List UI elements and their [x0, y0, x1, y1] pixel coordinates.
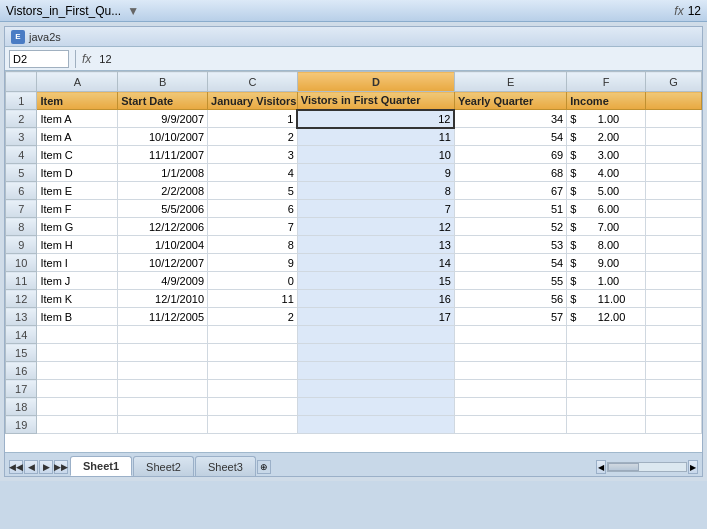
cell-16c[interactable] [208, 362, 298, 380]
cell-18f[interactable] [567, 398, 646, 416]
scroll-track-h[interactable] [607, 462, 687, 472]
cell-6e[interactable]: 67 [454, 182, 566, 200]
cell-4a[interactable]: Item C [37, 146, 118, 164]
cell-10c[interactable]: 9 [208, 254, 298, 272]
formula-input[interactable]: 12 [99, 53, 698, 65]
cell-12a[interactable]: Item K [37, 290, 118, 308]
tab-sheet1[interactable]: Sheet1 [70, 456, 132, 476]
title-dropdown-icon[interactable]: ▼ [127, 4, 139, 18]
cell-16b[interactable] [118, 362, 208, 380]
cell-7a[interactable]: Item F [37, 200, 118, 218]
cell-19b[interactable] [118, 416, 208, 434]
cell-11b[interactable]: 4/9/2009 [118, 272, 208, 290]
cell-2c[interactable]: 1 [208, 110, 298, 128]
cell-13b[interactable]: 11/12/2005 [118, 308, 208, 326]
cell-14e[interactable] [454, 326, 566, 344]
cell-19d[interactable] [297, 416, 454, 434]
cell-17a[interactable] [37, 380, 118, 398]
cell-3c[interactable]: 2 [208, 128, 298, 146]
cell-6d[interactable]: 8 [297, 182, 454, 200]
cell-11c[interactable]: 0 [208, 272, 298, 290]
cell-5b[interactable]: 1/1/2008 [118, 164, 208, 182]
cell-15f[interactable] [567, 344, 646, 362]
cell-17g[interactable] [645, 380, 701, 398]
cell-19a[interactable] [37, 416, 118, 434]
cell-7c[interactable]: 6 [208, 200, 298, 218]
cell-15a[interactable] [37, 344, 118, 362]
cell-11g[interactable] [645, 272, 701, 290]
cell-8b[interactable]: 12/12/2006 [118, 218, 208, 236]
cell-11a[interactable]: Item J [37, 272, 118, 290]
cell-10f[interactable]: $ 9.00 [567, 254, 646, 272]
cell-12b[interactable]: 12/1/2010 [118, 290, 208, 308]
cell-4b[interactable]: 11/11/2007 [118, 146, 208, 164]
cell-7g[interactable] [645, 200, 701, 218]
cell-18e[interactable] [454, 398, 566, 416]
col-header-f[interactable]: F [567, 72, 646, 92]
cell-5c[interactable]: 4 [208, 164, 298, 182]
cell-16e[interactable] [454, 362, 566, 380]
cell-12f[interactable]: $ 11.00 [567, 290, 646, 308]
cell-8f[interactable]: $ 7.00 [567, 218, 646, 236]
cell-11d[interactable]: 15 [297, 272, 454, 290]
cell-7d[interactable]: 7 [297, 200, 454, 218]
cell-2a[interactable]: Item A [37, 110, 118, 128]
cell-4c[interactable]: 3 [208, 146, 298, 164]
cell-16d[interactable] [297, 362, 454, 380]
cell-19e[interactable] [454, 416, 566, 434]
tab-sheet3[interactable]: Sheet3 [195, 456, 256, 476]
cell-18a[interactable] [37, 398, 118, 416]
sheet-options-icon[interactable]: ⊕ [257, 460, 271, 474]
cell-14a[interactable] [37, 326, 118, 344]
tab-nav-last[interactable]: ▶▶ [54, 460, 68, 474]
cell-14c[interactable] [208, 326, 298, 344]
cell-3d[interactable]: 11 [297, 128, 454, 146]
cell-17e[interactable] [454, 380, 566, 398]
cell-1c[interactable]: January Visitors [208, 92, 298, 110]
cell-6b[interactable]: 2/2/2008 [118, 182, 208, 200]
cell-10a[interactable]: Item I [37, 254, 118, 272]
cell-2g[interactable] [645, 110, 701, 128]
cell-19g[interactable] [645, 416, 701, 434]
cell-4d[interactable]: 10 [297, 146, 454, 164]
cell-1b[interactable]: Start Date [118, 92, 208, 110]
cell-2d[interactable]: 12 [297, 110, 454, 128]
cell-16a[interactable] [37, 362, 118, 380]
cell-8c[interactable]: 7 [208, 218, 298, 236]
cell-8e[interactable]: 52 [454, 218, 566, 236]
cell-18g[interactable] [645, 398, 701, 416]
cell-7b[interactable]: 5/5/2006 [118, 200, 208, 218]
tab-nav-first[interactable]: ◀◀ [9, 460, 23, 474]
cell-15b[interactable] [118, 344, 208, 362]
cell-5f[interactable]: $ 4.00 [567, 164, 646, 182]
cell-12d[interactable]: 16 [297, 290, 454, 308]
cell-13f[interactable]: $ 12.00 [567, 308, 646, 326]
cell-2f[interactable]: $ 1.00 [567, 110, 646, 128]
scroll-thumb-h[interactable] [608, 463, 639, 471]
cell-4f[interactable]: $ 3.00 [567, 146, 646, 164]
cell-13e[interactable]: 57 [454, 308, 566, 326]
cell-17d[interactable] [297, 380, 454, 398]
cell-12g[interactable] [645, 290, 701, 308]
cell-3f[interactable]: $ 2.00 [567, 128, 646, 146]
cell-8a[interactable]: Item G [37, 218, 118, 236]
cell-9b[interactable]: 1/10/2004 [118, 236, 208, 254]
col-header-a[interactable]: A [37, 72, 118, 92]
cell-13g[interactable] [645, 308, 701, 326]
cell-14f[interactable] [567, 326, 646, 344]
cell-15c[interactable] [208, 344, 298, 362]
cell-9e[interactable]: 53 [454, 236, 566, 254]
cell-9f[interactable]: $ 8.00 [567, 236, 646, 254]
cell-10d[interactable]: 14 [297, 254, 454, 272]
cell-3b[interactable]: 10/10/2007 [118, 128, 208, 146]
cell-5a[interactable]: Item D [37, 164, 118, 182]
cell-1e[interactable]: Yearly Quarter [454, 92, 566, 110]
cell-17f[interactable] [567, 380, 646, 398]
cell-10g[interactable] [645, 254, 701, 272]
cell-7f[interactable]: $ 6.00 [567, 200, 646, 218]
cell-13a[interactable]: Item B [37, 308, 118, 326]
cell-18d[interactable] [297, 398, 454, 416]
cell-8g[interactable] [645, 218, 701, 236]
col-header-e[interactable]: E [454, 72, 566, 92]
tab-nav-next[interactable]: ▶ [39, 460, 53, 474]
